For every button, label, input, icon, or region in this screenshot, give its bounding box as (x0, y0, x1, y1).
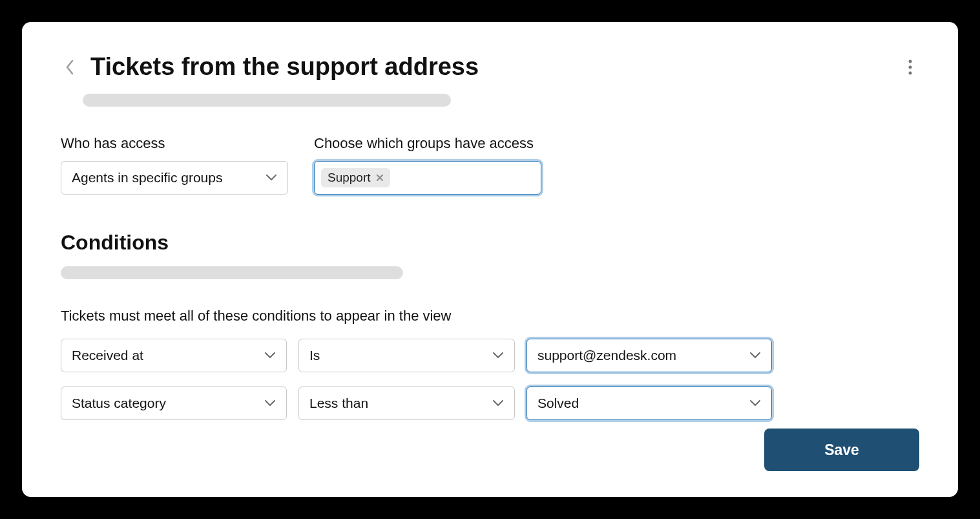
title-wrap: Tickets from the support address (61, 53, 479, 81)
remove-chip-icon[interactable] (376, 174, 384, 182)
group-chip-label: Support (328, 171, 371, 185)
chevron-down-icon (749, 352, 761, 359)
condition-row-0: Received at Is support@zendesk.com (61, 339, 919, 372)
chevron-down-icon (264, 399, 276, 407)
condition-operator-select-0[interactable]: Is (298, 339, 515, 372)
condition-operator-value: Less than (309, 396, 368, 411)
view-editor-card: Tickets from the support address Who has… (22, 22, 958, 497)
who-has-access-value: Agents in specific groups (72, 170, 222, 185)
conditions-heading: Conditions (61, 231, 919, 255)
svg-point-1 (909, 65, 912, 69)
save-button[interactable]: Save (764, 429, 919, 471)
chevron-down-icon (264, 352, 276, 359)
access-row: Who has access Agents in specific groups… (61, 135, 919, 195)
condition-row-1: Status category Less than Solved (61, 387, 919, 420)
group-chip[interactable]: Support (321, 168, 390, 187)
groups-input[interactable]: Support (314, 161, 541, 195)
back-button[interactable] (61, 58, 79, 76)
conditions-description: Tickets must meet all of these condition… (61, 308, 919, 324)
condition-value-select-0[interactable]: support@zendesk.com (526, 339, 772, 372)
svg-point-2 (909, 71, 912, 74)
conditions-desc-placeholder (61, 266, 403, 279)
condition-operator-select-1[interactable]: Less than (298, 387, 515, 420)
condition-field-select-1[interactable]: Status category (61, 387, 287, 420)
chevron-down-icon (749, 399, 761, 407)
condition-field-value: Received at (72, 348, 143, 363)
header-row: Tickets from the support address (61, 53, 919, 81)
groups-field: Choose which groups have access Support (314, 135, 541, 195)
who-has-access-field: Who has access Agents in specific groups (61, 135, 288, 195)
condition-value-value: support@zendesk.com (537, 348, 676, 363)
kebab-icon (908, 59, 912, 75)
page-title: Tickets from the support address (90, 53, 479, 81)
who-has-access-select[interactable]: Agents in specific groups (61, 161, 288, 195)
condition-operator-value: Is (309, 348, 320, 363)
chevron-down-icon (492, 352, 504, 359)
condition-field-select-0[interactable]: Received at (61, 339, 287, 372)
condition-value-value: Solved (537, 396, 579, 411)
description-placeholder (83, 94, 451, 107)
condition-field-value: Status category (72, 396, 166, 411)
groups-label: Choose which groups have access (314, 135, 541, 152)
who-has-access-label: Who has access (61, 135, 288, 152)
svg-point-0 (909, 59, 912, 63)
chevron-down-icon (266, 174, 277, 182)
chevron-down-icon (492, 399, 504, 407)
more-actions-button[interactable] (901, 58, 919, 76)
condition-value-select-1[interactable]: Solved (526, 387, 772, 420)
chevron-left-icon (65, 59, 74, 75)
